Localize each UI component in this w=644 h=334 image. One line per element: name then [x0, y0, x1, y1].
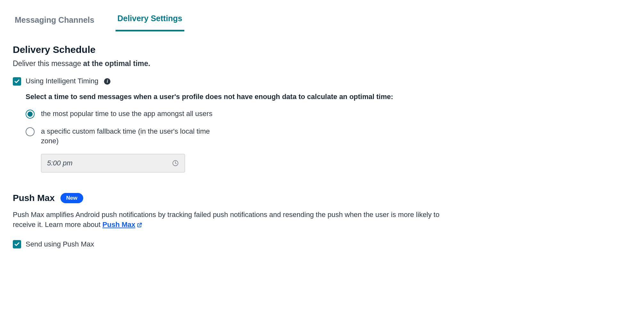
fallback-instruction: Select a time to send messages when a us… [26, 92, 442, 102]
push-max-description: Push Max amplifies Android push notifica… [13, 210, 455, 230]
push-max-heading-row: Push Max New [13, 192, 631, 204]
tabs-bar: Messaging Channels Delivery Settings [13, 6, 631, 31]
radio-custom-time-label: a specific custom fallback time (in the … [41, 127, 220, 146]
tab-delivery-settings[interactable]: Delivery Settings [116, 10, 184, 31]
fallback-options-block: Select a time to send messages when a us… [26, 92, 442, 172]
subhead-prefix: Deliver this message [13, 59, 83, 68]
delivery-schedule-section: Delivery Schedule Deliver this message a… [13, 43, 631, 172]
intelligent-timing-checkbox[interactable] [13, 77, 21, 86]
push-max-desc-text: Push Max amplifies Android push notifica… [13, 211, 439, 229]
push-max-checkbox-row: Send using Push Max [13, 239, 631, 249]
intelligent-timing-row: Using Intelligent Timing i [13, 76, 631, 86]
fallback-time-input[interactable]: 5:00 pm [41, 154, 185, 172]
push-max-link[interactable]: Push Max [102, 221, 142, 229]
tab-messaging-channels[interactable]: Messaging Channels [13, 11, 96, 31]
new-badge: New [60, 193, 83, 203]
push-max-checkbox[interactable] [13, 240, 21, 248]
push-max-heading: Push Max [13, 192, 55, 204]
page-root: Messaging Channels Delivery Settings Del… [0, 0, 644, 334]
clock-icon [172, 160, 179, 167]
radio-popular-time[interactable] [26, 110, 35, 119]
radio-popular-time-label: the most popular time to use the app amo… [41, 109, 213, 119]
fallback-time-value: 5:00 pm [47, 158, 73, 168]
radio-dot-icon [28, 112, 33, 117]
check-icon [14, 79, 20, 84]
check-icon [14, 241, 20, 247]
external-link-icon [137, 222, 142, 228]
push-max-link-text: Push Max [102, 221, 135, 229]
intelligent-timing-label: Using Intelligent Timing [26, 76, 98, 86]
push-max-checkbox-label: Send using Push Max [26, 239, 94, 249]
radio-option-custom-time[interactable]: a specific custom fallback time (in the … [26, 127, 442, 146]
push-max-section: Push Max New Push Max amplifies Android … [13, 192, 631, 249]
delivery-schedule-heading: Delivery Schedule [13, 43, 631, 56]
delivery-schedule-subhead: Deliver this message at the optimal time… [13, 58, 631, 69]
subhead-bold: at the optimal time. [83, 59, 150, 68]
radio-option-popular-time[interactable]: the most popular time to use the app amo… [26, 109, 442, 119]
radio-custom-time[interactable] [26, 127, 35, 136]
info-icon[interactable]: i [104, 78, 110, 85]
